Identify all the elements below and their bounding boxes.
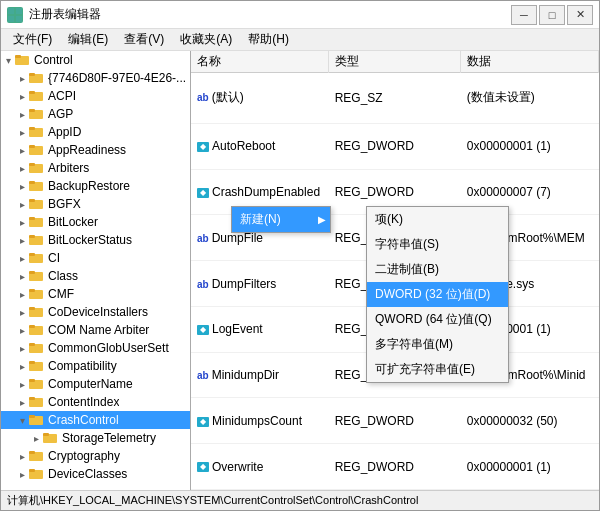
- tree-expand-class: ▸: [15, 271, 29, 282]
- svg-rect-23: [29, 217, 35, 220]
- tree-label-contentindex: ContentIndex: [48, 395, 119, 409]
- tree-item-agp[interactable]: ▸ AGP: [1, 105, 190, 123]
- tree-label-computername: ComputerName: [48, 377, 133, 391]
- table-row[interactable]: ◆AutoRebootREG_DWORD0x00000001 (1): [191, 123, 599, 169]
- tree-item-crashcontrol[interactable]: ▾ CrashControl: [1, 411, 190, 429]
- svg-rect-9: [29, 91, 35, 94]
- tree-label-deviceclasses: DeviceClasses: [48, 467, 127, 481]
- status-bar: 计算机\HKEY_LOCAL_MACHINE\SYSTEM\CurrentCon…: [1, 490, 599, 510]
- folder-icon: [29, 125, 45, 139]
- folder-icon: [29, 395, 45, 409]
- table-row[interactable]: abDumpFiltersREG_MULTI_SZdumpfve.sys: [191, 261, 599, 307]
- tree-item-7746[interactable]: ▸ {7746D80F-97E0-4E26-...: [1, 69, 190, 87]
- tree-label-class: Class: [48, 269, 78, 283]
- col-type[interactable]: 类型: [329, 51, 461, 73]
- tree-item-cmf[interactable]: ▸ CMF: [1, 285, 190, 303]
- tree-item-compatibility[interactable]: ▸ Compatibility: [1, 357, 190, 375]
- svg-rect-51: [29, 469, 35, 472]
- svg-rect-47: [43, 433, 49, 436]
- tree-item-contentindex[interactable]: ▸ ContentIndex: [1, 393, 190, 411]
- cell-data: 0x00000001 (1): [461, 444, 599, 490]
- cell-data: %SystemRoot%\Minid: [461, 352, 599, 398]
- menu-edit[interactable]: 编辑(E): [60, 29, 116, 50]
- table-row[interactable]: abMinidumpDirREG_EXPAND_SZ%SystemRoot%\M…: [191, 352, 599, 398]
- tree-item-ci[interactable]: ▸ CI: [1, 249, 190, 267]
- folder-icon: [29, 287, 45, 301]
- cell-name: ab(默认): [191, 73, 329, 124]
- svg-rect-39: [29, 361, 35, 364]
- tree-item-computername[interactable]: ▸ ComputerName: [1, 375, 190, 393]
- table-row[interactable]: ◆MinidumpsCountREG_DWORD0x00000032 (50): [191, 398, 599, 444]
- tree-label-commonglobuserset: CommonGlobUserSett: [48, 341, 169, 355]
- folder-icon: [29, 143, 45, 157]
- tree-item-storagetelemetry[interactable]: ▸ StorageTelemetry: [1, 429, 190, 447]
- title-bar: 注册表编辑器 ─ □ ✕: [1, 1, 599, 29]
- minimize-button[interactable]: ─: [511, 5, 537, 25]
- table-row[interactable]: ab(默认)REG_SZ(数值未设置): [191, 73, 599, 124]
- menu-file[interactable]: 文件(F): [5, 29, 60, 50]
- tree-item-comname[interactable]: ▸ COM Name Arbiter: [1, 321, 190, 339]
- tree-expand-bgfx: ▸: [15, 199, 29, 210]
- tree-label-bgfx: BGFX: [48, 197, 81, 211]
- tree-label-crashcontrol: CrashControl: [48, 413, 119, 427]
- tree-item-cryptography[interactable]: ▸ Cryptography: [1, 447, 190, 465]
- folder-icon: [29, 71, 45, 85]
- tree-expand-contentindex: ▸: [15, 397, 29, 408]
- svg-rect-15: [29, 145, 35, 148]
- close-button[interactable]: ✕: [567, 5, 593, 25]
- tree-label-bitlockerstatus: BitLockerStatus: [48, 233, 132, 247]
- table-row[interactable]: ◆CrashDumpEnabledREG_DWORD0x00000007 (7): [191, 169, 599, 215]
- svg-rect-41: [29, 379, 35, 382]
- cell-name: ◆CrashDumpEnabled: [191, 169, 329, 215]
- menu-favorites[interactable]: 收藏夹(A): [172, 29, 240, 50]
- tree-item-appreadiness[interactable]: ▸ AppReadiness: [1, 141, 190, 159]
- svg-rect-13: [29, 127, 35, 130]
- tree-label-7746: {7746D80F-97E0-4E26-...: [48, 71, 186, 85]
- svg-rect-37: [29, 343, 35, 346]
- tree-label-codeviceinstallers: CoDeviceInstallers: [48, 305, 148, 319]
- table-row[interactable]: abDumpFileREG_EXPAND_SZ%SystemRoot%\MEM: [191, 215, 599, 261]
- tree-item-appid[interactable]: ▸ AppID: [1, 123, 190, 141]
- maximize-button[interactable]: □: [539, 5, 565, 25]
- tree-item-commonglobuserset[interactable]: ▸ CommonGlobUserSett: [1, 339, 190, 357]
- tree-item-class[interactable]: ▸ Class: [1, 267, 190, 285]
- tree-item-acpi[interactable]: ▸ ACPI: [1, 87, 190, 105]
- tree-item-codeviceinstallers[interactable]: ▸ CoDeviceInstallers: [1, 303, 190, 321]
- svg-rect-7: [29, 73, 35, 76]
- tree-label-compatibility: Compatibility: [48, 359, 117, 373]
- tree-item-control[interactable]: ▾ Control: [1, 51, 190, 69]
- svg-rect-2: [8, 16, 14, 22]
- tree-expand-cmf: ▸: [15, 289, 29, 300]
- table-row[interactable]: ◆LogEventREG_DWORD0x00000001 (1): [191, 306, 599, 352]
- tree-label-appid: AppID: [48, 125, 81, 139]
- svg-rect-45: [29, 415, 35, 418]
- folder-icon: [29, 251, 45, 265]
- col-data[interactable]: 数据: [461, 51, 599, 73]
- col-name[interactable]: 名称: [191, 51, 329, 73]
- folder-icon: [43, 431, 59, 445]
- tree-item-backuprestore[interactable]: ▸ BackupRestore: [1, 177, 190, 195]
- folder-icon: [29, 107, 45, 121]
- tree-item-arbiters[interactable]: ▸ Arbiters: [1, 159, 190, 177]
- tree-expand-cryptography: ▸: [15, 451, 29, 462]
- tree-item-bitlockerstatus[interactable]: ▸ BitLockerStatus: [1, 231, 190, 249]
- tree-expand-agp: ▸: [15, 109, 29, 120]
- tree-item-deviceclasses[interactable]: ▸ DeviceClasses: [1, 465, 190, 483]
- tree-label-appreadiness: AppReadiness: [48, 143, 126, 157]
- menu-help[interactable]: 帮助(H): [240, 29, 297, 50]
- cell-name: ◆MinidumpsCount: [191, 398, 329, 444]
- table-row[interactable]: ◆OverwriteREG_DWORD0x00000001 (1): [191, 444, 599, 490]
- svg-rect-3: [16, 16, 22, 22]
- folder-icon: [29, 467, 45, 481]
- tree-label-control: Control: [34, 53, 73, 67]
- folder-icon: [15, 53, 31, 67]
- window-controls: ─ □ ✕: [511, 5, 593, 25]
- svg-rect-43: [29, 397, 35, 400]
- tree-expand-backuprestore: ▸: [15, 181, 29, 192]
- menu-view[interactable]: 查看(V): [116, 29, 172, 50]
- registry-tree[interactable]: ▾ Control▸ {7746D80F-97E0-4E26-...▸ ACPI…: [1, 51, 190, 490]
- tree-label-ci: CI: [48, 251, 60, 265]
- tree-item-bgfx[interactable]: ▸ BGFX: [1, 195, 190, 213]
- cell-data: (数值未设置): [461, 73, 599, 124]
- tree-item-bitlocker[interactable]: ▸ BitLocker: [1, 213, 190, 231]
